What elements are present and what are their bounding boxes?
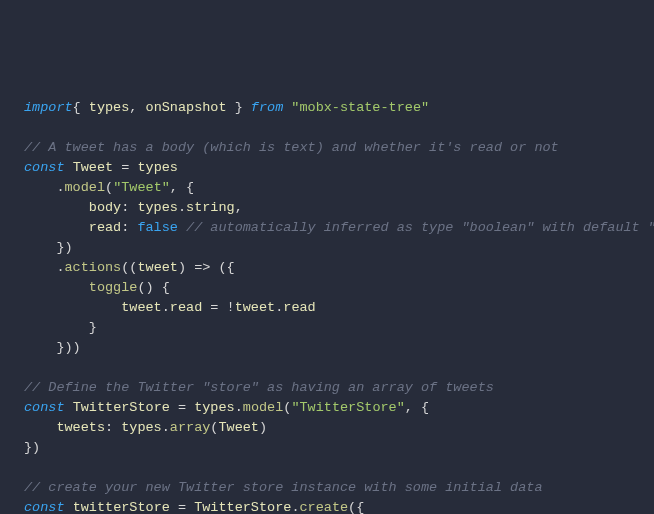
comment: // create your new Twitter store instanc…: [24, 480, 542, 495]
code-line: toggle() {: [24, 280, 170, 295]
code-line: .model("Tweet", {: [24, 180, 194, 195]
string-literal: "mobx-state-tree": [291, 100, 429, 115]
code-line: tweet.read = !tweet.read: [24, 300, 316, 315]
comment: // automatically inferred as type "boole…: [186, 220, 654, 235]
code-line: .actions((tweet) => ({: [24, 260, 235, 275]
boolean-false: false: [137, 220, 178, 235]
code-line: const Tweet = types: [24, 160, 178, 175]
keyword-import: import: [24, 100, 73, 115]
method-actions: actions: [65, 260, 122, 275]
code-line: import{ types, onSnapshot } from "mobx-s…: [24, 100, 429, 115]
comment: // A tweet has a body (which is text) an…: [24, 140, 559, 155]
code-line: })): [24, 340, 81, 355]
keyword-from: from: [243, 100, 292, 115]
method-model: model: [65, 180, 106, 195]
code-line: body: types.string,: [24, 200, 243, 215]
code-line: }): [24, 440, 40, 455]
code-line: }: [24, 320, 97, 335]
code-line: }): [24, 240, 73, 255]
code-line: tweets: types.array(Tweet): [24, 420, 267, 435]
comment: // Define the Twitter "store" as having …: [24, 380, 494, 395]
code-line: read: false // automatically inferred as…: [24, 220, 654, 235]
code-line: const TwitterStore = types.model("Twitte…: [24, 400, 429, 415]
keyword-const: const: [24, 160, 65, 175]
method-toggle: toggle: [89, 280, 138, 295]
code-line: const twitterStore = TwitterStore.create…: [24, 500, 364, 514]
code-block: import{ types, onSnapshot } from "mobx-s…: [24, 98, 630, 514]
